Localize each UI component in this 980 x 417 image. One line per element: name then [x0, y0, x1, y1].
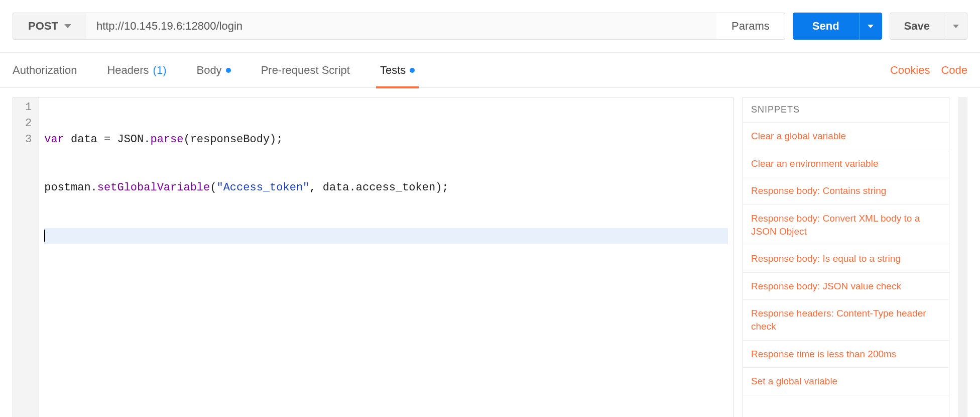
code-text: ( — [210, 181, 216, 194]
tabs-right-links: Cookies Code — [890, 64, 967, 77]
line-number: 1 — [25, 99, 32, 116]
editor-content[interactable]: var data = JSON.parse(responseBody); pos… — [39, 97, 733, 417]
save-dropdown-button[interactable] — [944, 13, 967, 40]
headers-count-badge: (1) — [153, 64, 167, 77]
tab-label: Headers — [107, 64, 149, 77]
params-button[interactable]: Params — [716, 13, 785, 40]
snippet-item[interactable]: Response body: Convert XML body to a JSO… — [743, 205, 949, 245]
code-keyword: var — [44, 133, 64, 146]
cookies-link[interactable]: Cookies — [890, 64, 930, 77]
modified-dot-icon — [226, 68, 231, 73]
http-method-select[interactable]: POST — [13, 13, 86, 40]
line-number: 2 — [25, 116, 32, 132]
send-dropdown-button[interactable] — [859, 13, 882, 40]
tab-label: Tests — [380, 64, 406, 77]
vertical-scrollbar[interactable] — [958, 97, 967, 417]
snippet-item[interactable]: Response body: JSON value check — [743, 273, 949, 300]
tab-headers[interactable]: Headers (1) — [107, 53, 166, 88]
code-text: , data.access_token); — [309, 181, 448, 194]
code-text: postman. — [44, 181, 97, 194]
snippet-item[interactable]: Set a global variable — [743, 368, 949, 395]
tests-panel: 1 2 3 var data = JSON.parse(responseBody… — [0, 88, 980, 417]
line-number: 3 — [25, 132, 32, 148]
tab-prerequest-script[interactable]: Pre-request Script — [261, 53, 350, 88]
send-button[interactable]: Send — [793, 13, 859, 40]
snippet-item[interactable]: Response time is less than 200ms — [743, 341, 949, 368]
chevron-down-icon — [953, 25, 959, 28]
snippet-item[interactable]: Clear an environment variable — [743, 150, 949, 178]
http-method-label: POST — [28, 20, 58, 33]
code-string: "Access_token" — [216, 181, 309, 194]
save-button[interactable]: Save — [890, 13, 944, 40]
request-bar: POST Params Send Save — [0, 0, 980, 53]
snippets-panel: SNIPPETS Clear a global variable Clear a… — [743, 97, 949, 417]
chevron-down-icon — [64, 24, 71, 28]
url-input[interactable] — [86, 13, 716, 40]
code-fn: parse — [150, 133, 183, 146]
code-text: data = JSON. — [64, 133, 151, 146]
tab-authorization[interactable]: Authorization — [13, 53, 77, 88]
snippet-item[interactable]: Response body: Is equal to a string — [743, 245, 949, 273]
modified-dot-icon — [410, 68, 415, 73]
tab-label: Authorization — [13, 64, 77, 77]
request-tabs: Authorization Headers (1) Body Pre-reque… — [0, 53, 980, 88]
snippet-item[interactable]: Response headers: Content-Type header ch… — [743, 300, 949, 340]
tab-label: Pre-request Script — [261, 64, 350, 77]
code-text: (responseBody); — [183, 133, 283, 146]
tab-body[interactable]: Body — [196, 53, 230, 88]
snippets-header: SNIPPETS — [743, 97, 949, 123]
editor-gutter: 1 2 3 — [13, 97, 39, 417]
tab-tests[interactable]: Tests — [380, 53, 415, 88]
code-line-active — [44, 228, 728, 244]
code-line: var data = JSON.parse(responseBody); — [44, 132, 728, 148]
chevron-down-icon — [868, 25, 874, 28]
code-fn: setGlobalVariable — [97, 181, 210, 194]
send-group: Send — [793, 13, 882, 40]
snippet-item[interactable]: Clear a global variable — [743, 123, 949, 150]
snippet-item[interactable]: Response body: Contains string — [743, 177, 949, 205]
code-link[interactable]: Code — [941, 64, 967, 77]
save-group: Save — [890, 13, 967, 40]
text-cursor-icon — [44, 230, 45, 242]
code-editor[interactable]: 1 2 3 var data = JSON.parse(responseBody… — [13, 97, 733, 417]
code-line: postman.setGlobalVariable("Access_token"… — [44, 180, 728, 196]
tab-label: Body — [196, 64, 221, 77]
